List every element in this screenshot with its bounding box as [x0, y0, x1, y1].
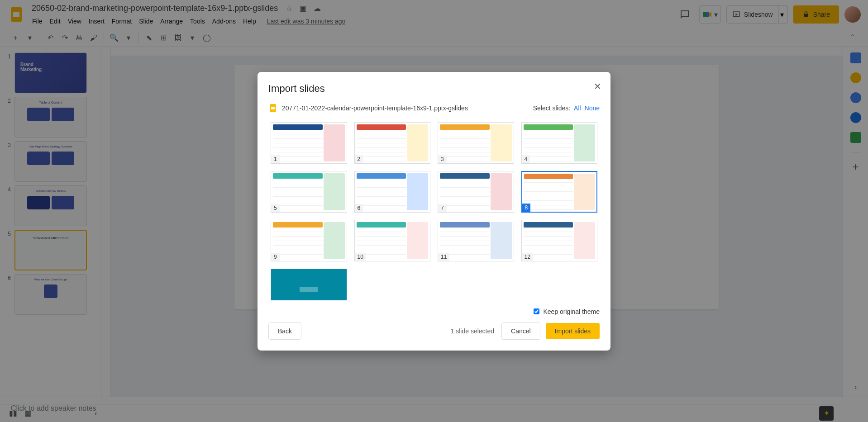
back-button[interactable]: Back: [268, 322, 301, 340]
import-thumb-7[interactable]: 7: [438, 171, 514, 213]
import-thumb-3[interactable]: 3: [438, 122, 514, 164]
import-thumb-1[interactable]: 1: [271, 122, 347, 164]
select-slides-label: Select slides:: [533, 104, 570, 112]
import-thumb-13[interactable]: [271, 269, 347, 301]
select-none-link[interactable]: None: [585, 104, 600, 112]
thumbs-scroll-area[interactable]: 123456789101112: [268, 120, 600, 301]
modal-overlay: Import slides ✕ 20771-01-2022-calendar-p…: [0, 0, 868, 422]
import-thumb-4[interactable]: 4: [521, 122, 598, 164]
import-filename: 20771-01-2022-calendar-powerpoint-templa…: [282, 104, 468, 112]
import-thumb-11[interactable]: 11: [438, 220, 514, 261]
import-thumb-6[interactable]: 6: [354, 171, 431, 213]
import-thumb-12[interactable]: 12: [521, 220, 598, 261]
cancel-button[interactable]: Cancel: [501, 322, 540, 340]
import-thumb-8[interactable]: 8: [521, 171, 598, 213]
svg-rect-7: [271, 107, 275, 109]
slides-file-icon: [268, 104, 277, 113]
import-thumb-5[interactable]: 5: [271, 171, 347, 213]
modal-close-icon[interactable]: ✕: [594, 81, 601, 92]
import-slides-button[interactable]: Import slides: [546, 323, 600, 339]
import-thumb-2[interactable]: 2: [354, 122, 431, 164]
modal-title: Import slides: [268, 83, 600, 95]
import-thumb-10[interactable]: 10: [354, 220, 431, 261]
select-all-link[interactable]: All: [574, 104, 581, 112]
keep-theme-checkbox[interactable]: [534, 308, 539, 314]
import-slides-modal: Import slides ✕ 20771-01-2022-calendar-p…: [258, 72, 610, 351]
selected-count: 1 slide selected: [451, 327, 495, 335]
import-thumb-9[interactable]: 9: [271, 220, 347, 261]
keep-theme-label: Keep original theme: [543, 308, 600, 315]
